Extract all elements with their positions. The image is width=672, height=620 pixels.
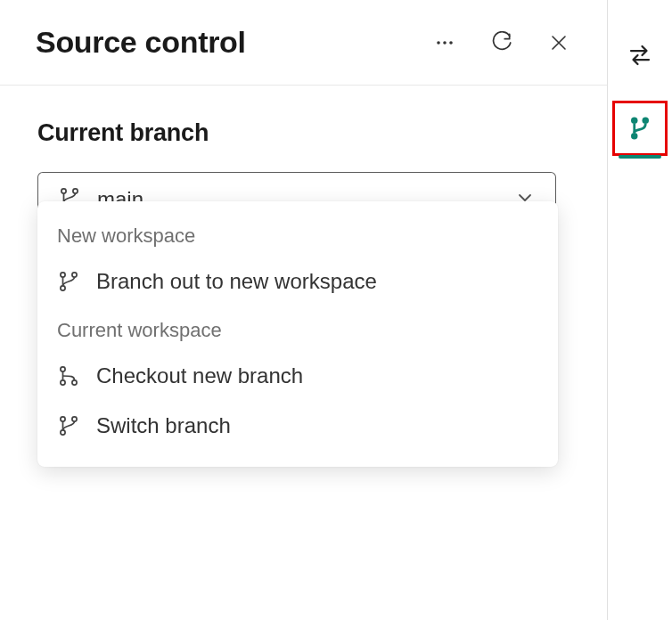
swap-arrows-icon <box>627 42 653 69</box>
svg-point-17 <box>631 133 638 140</box>
header-actions <box>432 30 571 55</box>
source-control-icon <box>627 115 653 142</box>
svg-point-11 <box>61 380 65 385</box>
svg-point-1 <box>443 41 447 45</box>
menu-item-checkout-new[interactable]: Checkout new branch <box>37 351 558 401</box>
close-icon <box>548 32 570 53</box>
right-rail <box>608 0 672 620</box>
svg-point-5 <box>73 188 78 192</box>
current-branch-label: Current branch <box>37 119 570 147</box>
menu-section-new-workspace: New workspace <box>37 212 558 257</box>
panel-title: Source control <box>36 25 418 60</box>
svg-point-0 <box>437 41 440 45</box>
menu-item-label: Switch branch <box>96 413 231 438</box>
svg-point-13 <box>61 430 65 435</box>
refresh-button[interactable] <box>489 30 514 55</box>
panel-content: Current branch main New workspace Branch… <box>0 86 607 261</box>
menu-item-label: Checkout new branch <box>96 363 303 388</box>
checkout-branch-icon <box>57 364 80 388</box>
svg-point-10 <box>72 380 77 385</box>
refresh-icon <box>490 31 513 54</box>
branch-icon <box>57 270 80 293</box>
svg-point-6 <box>61 273 65 277</box>
svg-point-14 <box>72 417 77 421</box>
svg-point-12 <box>61 417 65 421</box>
svg-point-9 <box>61 367 65 371</box>
svg-point-3 <box>61 188 66 192</box>
svg-point-16 <box>643 118 650 125</box>
rail-source-control-button[interactable] <box>615 103 665 153</box>
more-icon <box>434 32 455 53</box>
menu-item-label: Branch out to new workspace <box>96 269 377 294</box>
svg-point-15 <box>631 118 638 125</box>
menu-item-switch-branch[interactable]: Switch branch <box>37 401 558 451</box>
menu-section-current-workspace: Current workspace <box>37 306 558 351</box>
panel-header: Source control <box>0 0 607 86</box>
more-options-button[interactable] <box>432 30 457 55</box>
svg-point-2 <box>449 41 453 45</box>
close-button[interactable] <box>546 30 571 55</box>
source-control-panel: Source control Current branch main <box>0 0 608 620</box>
menu-item-branch-out[interactable]: Branch out to new workspace <box>37 257 558 306</box>
rail-swap-button[interactable] <box>615 30 665 80</box>
svg-point-7 <box>61 286 65 290</box>
branch-icon <box>57 414 80 437</box>
svg-point-8 <box>72 273 77 277</box>
branch-dropdown-menu: New workspace Branch out to new workspac… <box>37 201 558 467</box>
